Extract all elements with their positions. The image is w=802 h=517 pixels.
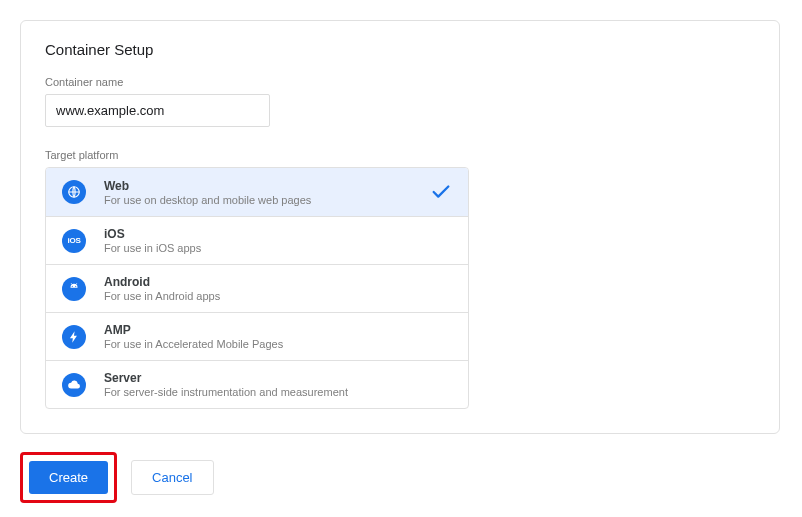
platform-option-web[interactable]: Web For use on desktop and mobile web pa…	[46, 168, 468, 216]
svg-point-1	[72, 285, 73, 286]
checkmark-icon	[430, 181, 452, 203]
platform-desc: For use in Android apps	[104, 290, 452, 302]
platform-desc: For server-side instrumentation and meas…	[104, 386, 452, 398]
platform-name: Web	[104, 179, 430, 193]
platform-name: Server	[104, 371, 452, 385]
ios-icon: iOS	[62, 229, 86, 253]
page-title: Container Setup	[45, 41, 755, 58]
container-name-label: Container name	[45, 76, 755, 88]
platform-name: Android	[104, 275, 452, 289]
cancel-button[interactable]: Cancel	[131, 460, 213, 495]
platform-option-android[interactable]: Android For use in Android apps	[46, 264, 468, 312]
bolt-icon	[62, 325, 86, 349]
platform-option-ios[interactable]: iOS iOS For use in iOS apps	[46, 216, 468, 264]
platform-option-server[interactable]: Server For server-side instrumentation a…	[46, 360, 468, 408]
platform-desc: For use in iOS apps	[104, 242, 452, 254]
target-platform-label: Target platform	[45, 149, 755, 161]
create-button[interactable]: Create	[29, 461, 108, 494]
cloud-icon	[62, 373, 86, 397]
platform-name: iOS	[104, 227, 452, 241]
container-setup-card: Container Setup Container name Target pl…	[20, 20, 780, 434]
globe-icon	[62, 180, 86, 204]
svg-line-4	[76, 283, 77, 284]
svg-line-3	[71, 283, 72, 284]
create-button-highlight: Create	[20, 452, 117, 503]
footer-actions: Create Cancel	[20, 452, 782, 503]
platform-desc: For use in Accelerated Mobile Pages	[104, 338, 452, 350]
svg-point-2	[75, 285, 76, 286]
platform-option-amp[interactable]: AMP For use in Accelerated Mobile Pages	[46, 312, 468, 360]
android-icon	[62, 277, 86, 301]
platform-desc: For use on desktop and mobile web pages	[104, 194, 430, 206]
platform-name: AMP	[104, 323, 452, 337]
container-name-input[interactable]	[45, 94, 270, 127]
platform-list: Web For use on desktop and mobile web pa…	[45, 167, 469, 409]
